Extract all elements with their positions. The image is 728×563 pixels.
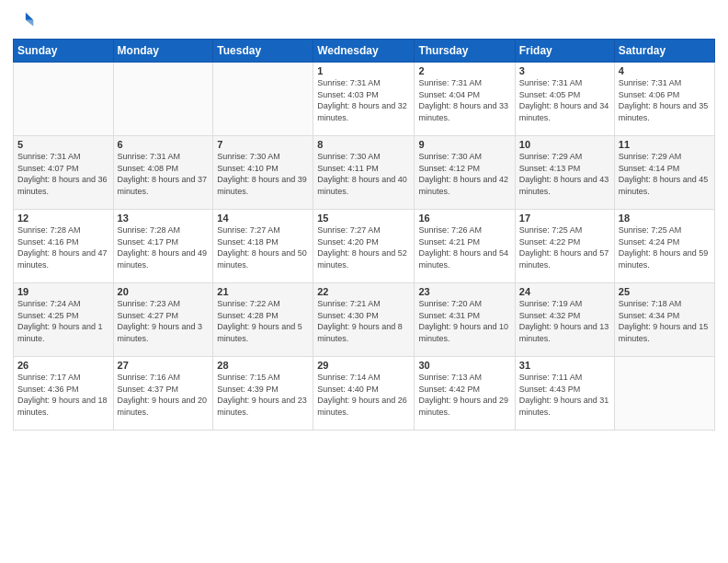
weekday-header-sunday: Sunday: [14, 40, 114, 63]
day-number: 23: [418, 286, 510, 297]
day-cell: 16Sunrise: 7:26 AM Sunset: 4:21 PM Dayli…: [415, 210, 515, 283]
day-number: 10: [519, 139, 610, 150]
day-cell: 8Sunrise: 7:30 AM Sunset: 4:11 PM Daylig…: [313, 136, 415, 210]
day-info: Sunrise: 7:31 AM Sunset: 4:06 PM Dayligh…: [619, 77, 711, 123]
day-cell: 5Sunrise: 7:31 AM Sunset: 4:07 PM Daylig…: [14, 136, 114, 210]
day-cell: 18Sunrise: 7:25 AM Sunset: 4:24 PM Dayli…: [614, 210, 714, 283]
day-cell: 4Sunrise: 7:31 AM Sunset: 4:06 PM Daylig…: [614, 63, 714, 136]
day-number: 3: [519, 65, 610, 76]
day-cell: 28Sunrise: 7:15 AM Sunset: 4:39 PM Dayli…: [213, 357, 313, 431]
day-info: Sunrise: 7:31 AM Sunset: 4:05 PM Dayligh…: [519, 77, 610, 123]
day-cell: 14Sunrise: 7:27 AM Sunset: 4:18 PM Dayli…: [213, 210, 313, 283]
day-number: 24: [519, 286, 610, 297]
weekday-header-wednesday: Wednesday: [313, 40, 415, 63]
day-number: 26: [17, 360, 109, 371]
day-number: 13: [118, 213, 210, 224]
day-cell: [14, 63, 114, 136]
svg-marker-1: [26, 20, 33, 27]
day-number: 31: [519, 360, 610, 371]
week-row-1: 5Sunrise: 7:31 AM Sunset: 4:07 PM Daylig…: [14, 136, 715, 210]
day-number: 25: [619, 286, 711, 297]
logo-icon: [15, 9, 35, 29]
day-cell: 11Sunrise: 7:29 AM Sunset: 4:14 PM Dayli…: [614, 136, 714, 210]
day-cell: 21Sunrise: 7:22 AM Sunset: 4:28 PM Dayli…: [213, 283, 313, 357]
day-info: Sunrise: 7:22 AM Sunset: 4:28 PM Dayligh…: [217, 298, 309, 344]
day-number: 27: [118, 360, 210, 371]
day-number: 6: [118, 139, 210, 150]
day-info: Sunrise: 7:29 AM Sunset: 4:13 PM Dayligh…: [519, 151, 610, 197]
day-cell: 29Sunrise: 7:14 AM Sunset: 4:40 PM Dayli…: [313, 357, 415, 431]
day-info: Sunrise: 7:31 AM Sunset: 4:04 PM Dayligh…: [418, 77, 510, 123]
day-info: Sunrise: 7:30 AM Sunset: 4:10 PM Dayligh…: [217, 151, 309, 197]
day-info: Sunrise: 7:16 AM Sunset: 4:37 PM Dayligh…: [118, 372, 210, 418]
day-cell: [113, 63, 213, 136]
weekday-header-friday: Friday: [515, 40, 614, 63]
day-info: Sunrise: 7:23 AM Sunset: 4:27 PM Dayligh…: [118, 298, 210, 344]
week-row-0: 1Sunrise: 7:31 AM Sunset: 4:03 PM Daylig…: [14, 63, 715, 136]
day-info: Sunrise: 7:15 AM Sunset: 4:39 PM Dayligh…: [217, 372, 309, 418]
day-info: Sunrise: 7:11 AM Sunset: 4:43 PM Dayligh…: [519, 372, 610, 418]
day-info: Sunrise: 7:31 AM Sunset: 4:07 PM Dayligh…: [17, 151, 109, 197]
day-number: 29: [317, 360, 410, 371]
day-info: Sunrise: 7:31 AM Sunset: 4:08 PM Dayligh…: [118, 151, 210, 197]
day-cell: 22Sunrise: 7:21 AM Sunset: 4:30 PM Dayli…: [313, 283, 415, 357]
day-cell: 15Sunrise: 7:27 AM Sunset: 4:20 PM Dayli…: [313, 210, 415, 283]
day-info: Sunrise: 7:19 AM Sunset: 4:32 PM Dayligh…: [519, 298, 610, 344]
day-cell: 20Sunrise: 7:23 AM Sunset: 4:27 PM Dayli…: [113, 283, 213, 357]
day-number: 28: [217, 360, 309, 371]
weekday-header-row: SundayMondayTuesdayWednesdayThursdayFrid…: [14, 40, 715, 63]
logo: [13, 9, 37, 33]
day-info: Sunrise: 7:14 AM Sunset: 4:40 PM Dayligh…: [317, 372, 410, 418]
day-cell: 25Sunrise: 7:18 AM Sunset: 4:34 PM Dayli…: [614, 283, 714, 357]
day-number: 18: [619, 213, 711, 224]
day-cell: 17Sunrise: 7:25 AM Sunset: 4:22 PM Dayli…: [515, 210, 614, 283]
weekday-header-thursday: Thursday: [415, 40, 515, 63]
day-cell: 9Sunrise: 7:30 AM Sunset: 4:12 PM Daylig…: [415, 136, 515, 210]
day-cell: 6Sunrise: 7:31 AM Sunset: 4:08 PM Daylig…: [113, 136, 213, 210]
day-number: 1: [317, 65, 410, 76]
svg-marker-0: [26, 12, 33, 19]
day-info: Sunrise: 7:17 AM Sunset: 4:36 PM Dayligh…: [17, 372, 109, 418]
page: SundayMondayTuesdayWednesdayThursdayFrid…: [0, 0, 728, 563]
day-number: 9: [418, 139, 510, 150]
day-info: Sunrise: 7:25 AM Sunset: 4:22 PM Dayligh…: [519, 224, 610, 270]
day-number: 2: [418, 65, 510, 76]
day-info: Sunrise: 7:27 AM Sunset: 4:18 PM Dayligh…: [217, 224, 309, 270]
week-row-2: 12Sunrise: 7:28 AM Sunset: 4:16 PM Dayli…: [14, 210, 715, 283]
day-info: Sunrise: 7:30 AM Sunset: 4:11 PM Dayligh…: [317, 151, 410, 197]
day-number: 4: [619, 65, 711, 76]
day-info: Sunrise: 7:28 AM Sunset: 4:16 PM Dayligh…: [17, 224, 109, 270]
day-cell: 30Sunrise: 7:13 AM Sunset: 4:42 PM Dayli…: [415, 357, 515, 431]
day-info: Sunrise: 7:27 AM Sunset: 4:20 PM Dayligh…: [317, 224, 410, 270]
day-cell: 31Sunrise: 7:11 AM Sunset: 4:43 PM Dayli…: [515, 357, 614, 431]
day-number: 30: [418, 360, 510, 371]
day-cell: 24Sunrise: 7:19 AM Sunset: 4:32 PM Dayli…: [515, 283, 614, 357]
day-cell: 19Sunrise: 7:24 AM Sunset: 4:25 PM Dayli…: [14, 283, 114, 357]
day-cell: 13Sunrise: 7:28 AM Sunset: 4:17 PM Dayli…: [113, 210, 213, 283]
day-number: 14: [217, 213, 309, 224]
week-row-4: 26Sunrise: 7:17 AM Sunset: 4:36 PM Dayli…: [14, 357, 715, 431]
day-cell: [213, 63, 313, 136]
day-number: 15: [317, 213, 410, 224]
day-info: Sunrise: 7:24 AM Sunset: 4:25 PM Dayligh…: [17, 298, 109, 344]
weekday-header-tuesday: Tuesday: [213, 40, 313, 63]
day-number: 22: [317, 286, 410, 297]
calendar: SundayMondayTuesdayWednesdayThursdayFrid…: [13, 39, 715, 431]
day-number: 17: [519, 213, 610, 224]
calendar-body: 1Sunrise: 7:31 AM Sunset: 4:03 PM Daylig…: [14, 63, 715, 431]
day-cell: 1Sunrise: 7:31 AM Sunset: 4:03 PM Daylig…: [313, 63, 415, 136]
day-info: Sunrise: 7:21 AM Sunset: 4:30 PM Dayligh…: [317, 298, 410, 344]
day-info: Sunrise: 7:25 AM Sunset: 4:24 PM Dayligh…: [619, 224, 711, 270]
day-info: Sunrise: 7:20 AM Sunset: 4:31 PM Dayligh…: [418, 298, 510, 344]
day-info: Sunrise: 7:29 AM Sunset: 4:14 PM Dayligh…: [619, 151, 711, 197]
day-cell: 2Sunrise: 7:31 AM Sunset: 4:04 PM Daylig…: [415, 63, 515, 136]
day-number: 11: [619, 139, 711, 150]
day-number: 20: [118, 286, 210, 297]
day-info: Sunrise: 7:28 AM Sunset: 4:17 PM Dayligh…: [118, 224, 210, 270]
day-cell: 7Sunrise: 7:30 AM Sunset: 4:10 PM Daylig…: [213, 136, 313, 210]
week-row-3: 19Sunrise: 7:24 AM Sunset: 4:25 PM Dayli…: [14, 283, 715, 357]
day-cell: 10Sunrise: 7:29 AM Sunset: 4:13 PM Dayli…: [515, 136, 614, 210]
day-number: 19: [17, 286, 109, 297]
day-info: Sunrise: 7:26 AM Sunset: 4:21 PM Dayligh…: [418, 224, 510, 270]
day-info: Sunrise: 7:31 AM Sunset: 4:03 PM Dayligh…: [317, 77, 410, 123]
